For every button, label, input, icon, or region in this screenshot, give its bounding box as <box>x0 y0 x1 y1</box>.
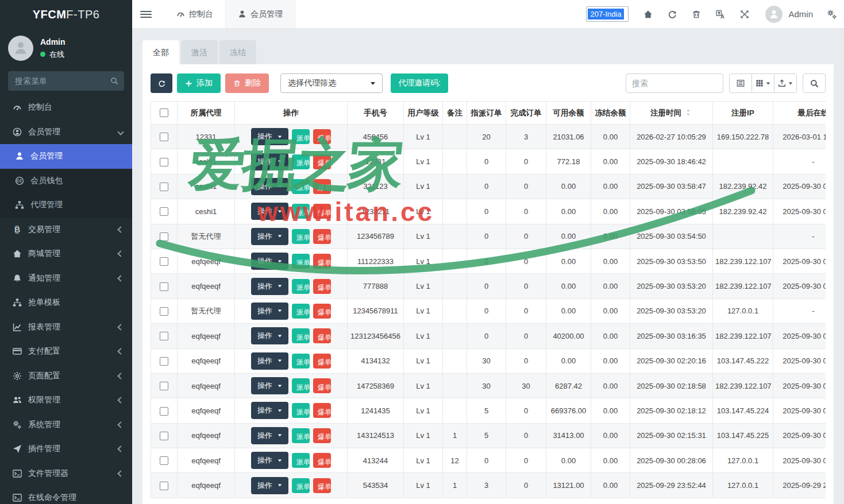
row-burst-button[interactable]: 爆单 <box>313 229 331 244</box>
delete-button[interactable]: 删除 <box>225 73 269 93</box>
row-checkbox[interactable] <box>160 133 168 141</box>
row-dispatch-button[interactable]: 派单 <box>292 428 310 443</box>
row-checkbox[interactable] <box>160 407 168 416</box>
home-icon[interactable] <box>643 10 653 19</box>
navbar-user-name[interactable]: Admin <box>788 9 813 19</box>
row-dispatch-button[interactable]: 派单 <box>292 154 310 169</box>
row-dispatch-button[interactable]: 派单 <box>292 229 310 244</box>
sidebar-item-pay-config[interactable]: 支付配置 <box>0 339 132 364</box>
sidebar-item-perm-manage[interactable]: 权限管理 <box>0 388 132 413</box>
row-dispatch-button[interactable]: 派单 <box>292 204 310 219</box>
row-dispatch-button[interactable]: 派单 <box>292 354 310 369</box>
sidebar-item-grab-template[interactable]: 抢单模板 <box>0 290 132 315</box>
row-checkbox[interactable] <box>160 332 168 340</box>
row-operate-button[interactable]: 操作 <box>251 377 288 394</box>
row-operate-button[interactable]: 操作 <box>251 402 288 419</box>
sidebar-item-trade-manage[interactable]: B交易管理 <box>0 218 132 242</box>
add-button[interactable]: 添加 <box>177 73 221 93</box>
agent-invite-code-button[interactable]: 代理邀请码: <box>391 73 448 93</box>
settings-gears-icon[interactable] <box>827 9 837 20</box>
search-icon[interactable] <box>110 77 118 85</box>
sidebar-item-system-manage[interactable]: 系统管理 <box>0 413 132 437</box>
row-operate-button[interactable]: 操作 <box>251 452 288 469</box>
row-checkbox[interactable] <box>160 456 168 465</box>
sidebar-search-input[interactable] <box>8 71 124 91</box>
row-burst-button[interactable]: 爆单 <box>313 129 331 144</box>
sidebar-item-member-list[interactable]: 会员管理 <box>0 144 132 169</box>
topnav-tab-member[interactable]: 会员管理 <box>225 0 295 28</box>
refresh-icon[interactable] <box>668 10 677 19</box>
row-operate-button[interactable]: 操作 <box>251 178 288 195</box>
row-checkbox[interactable] <box>160 482 168 490</box>
row-checkbox[interactable] <box>160 232 168 241</box>
sidebar-item-member-manage[interactable]: 会员管理 <box>0 120 132 145</box>
select-all-checkbox[interactable] <box>160 108 168 117</box>
row-operate-button[interactable]: 操作 <box>251 278 288 295</box>
filter-tab-all[interactable]: 全部 <box>142 40 179 64</box>
sidebar-item-mall-manage[interactable]: 商城管理 <box>0 242 132 266</box>
row-operate-button[interactable]: 操作 <box>251 228 288 245</box>
row-checkbox[interactable] <box>160 282 168 291</box>
row-burst-button[interactable]: 爆单 <box>313 328 331 343</box>
row-burst-button[interactable]: 爆单 <box>313 304 331 319</box>
row-checkbox[interactable] <box>160 207 168 216</box>
table-search-input[interactable] <box>626 73 723 93</box>
detail-view-button[interactable] <box>729 73 752 93</box>
row-dispatch-button[interactable]: 派单 <box>292 453 310 468</box>
sidebar-item-notice-manage[interactable]: 通知管理 <box>0 266 132 291</box>
fullscreen-icon[interactable] <box>740 10 749 19</box>
sidebar-item-online-command[interactable]: 在线命令管理 <box>0 486 132 504</box>
row-burst-button[interactable]: 爆单 <box>313 453 331 468</box>
row-checkbox[interactable] <box>160 382 168 390</box>
row-operate-button[interactable]: 操作 <box>251 153 288 170</box>
row-dispatch-button[interactable]: 派单 <box>292 378 310 393</box>
agent-filter-select[interactable]: 选择代理筛选 <box>280 73 383 93</box>
refresh-button[interactable] <box>151 73 172 93</box>
sidebar-item-plugin-manage[interactable]: 插件管理 <box>0 437 132 462</box>
column-header-reg_time[interactable]: 注册时间 <box>630 102 713 125</box>
row-dispatch-button[interactable]: 派单 <box>292 279 310 294</box>
row-dispatch-button[interactable]: 派单 <box>292 403 310 418</box>
row-dispatch-button[interactable]: 派单 <box>292 478 310 493</box>
translate-icon[interactable] <box>716 10 725 19</box>
topnav-tab-console[interactable]: 控制台 <box>164 0 225 28</box>
sidebar-item-member-wallet[interactable]: 会员钱包 <box>0 169 132 193</box>
row-operate-button[interactable]: 操作 <box>251 327 288 344</box>
sidebar-item-page-config[interactable]: 页面配置 <box>0 364 132 389</box>
row-operate-button[interactable]: 操作 <box>251 203 288 220</box>
filter-tab-frozen[interactable]: 冻结 <box>219 40 256 64</box>
row-burst-button[interactable]: 爆单 <box>313 354 331 369</box>
row-burst-button[interactable]: 爆单 <box>313 254 331 269</box>
brand-logo[interactable]: YFCMF-TP6 <box>0 0 132 29</box>
row-burst-button[interactable]: 爆单 <box>313 478 331 493</box>
trash-icon[interactable] <box>692 10 701 19</box>
row-operate-button[interactable]: 操作 <box>251 253 288 270</box>
row-burst-button[interactable]: 爆单 <box>313 378 331 393</box>
row-operate-button[interactable]: 操作 <box>251 303 288 320</box>
row-checkbox[interactable] <box>160 183 168 191</box>
columns-button[interactable] <box>751 73 774 93</box>
row-dispatch-button[interactable]: 派单 <box>292 254 310 269</box>
row-checkbox[interactable] <box>160 432 168 440</box>
row-dispatch-button[interactable]: 派单 <box>292 179 310 194</box>
sidebar-item-report-manage[interactable]: 报表管理 <box>0 315 132 340</box>
sidebar-item-file-manager[interactable]: 文件管理器 <box>0 462 132 486</box>
row-burst-button[interactable]: 爆单 <box>313 403 331 418</box>
sort-icon[interactable] <box>684 108 692 117</box>
row-burst-button[interactable]: 爆单 <box>313 204 331 219</box>
sidebar-item-console[interactable]: 控制台 <box>0 95 132 120</box>
row-burst-button[interactable]: 爆单 <box>313 428 331 443</box>
search-submit-button[interactable] <box>803 73 826 93</box>
quick-input[interactable]: 207-India <box>586 6 629 22</box>
row-operate-button[interactable]: 操作 <box>251 427 288 444</box>
export-button[interactable] <box>774 73 797 93</box>
menu-toggle-icon[interactable] <box>140 0 152 28</box>
row-operate-button[interactable]: 操作 <box>251 128 288 145</box>
row-checkbox[interactable] <box>160 158 168 166</box>
filter-tab-active[interactable]: 激活 <box>181 40 218 64</box>
row-operate-button[interactable]: 操作 <box>251 352 288 370</box>
row-dispatch-button[interactable]: 派单 <box>292 129 310 144</box>
row-checkbox[interactable] <box>160 307 168 316</box>
navbar-avatar[interactable] <box>765 6 783 23</box>
row-burst-button[interactable]: 爆单 <box>313 279 331 294</box>
